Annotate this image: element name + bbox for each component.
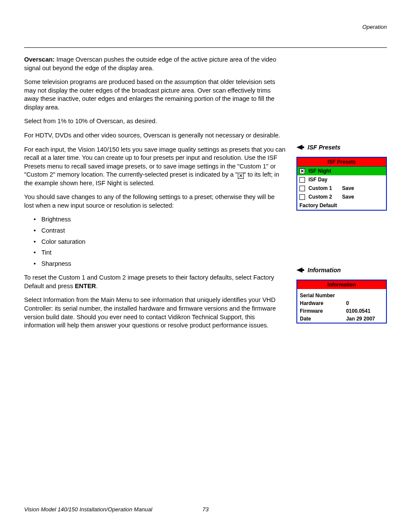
isf-presets-heading: ISF Presets [296,144,387,151]
overscan-p1-text: Image Overscan pushes the outside edge o… [24,56,276,72]
isf-p3a: To reset the Custom 1 and Custom 2 image… [24,274,274,289]
body-text-column: Overscan: Image Overscan pushes the outs… [24,56,286,336]
footer-page-number: 73 [202,506,209,513]
info-menu-title: Information [297,280,386,289]
arrow-left-icon [296,268,304,273]
isf-row-save[interactable]: Save [342,194,354,200]
overscan-paragraph-1: Overscan: Image Overscan pushes the outs… [24,56,286,72]
page-header-section: Operation [24,24,387,30]
checkbox-empty-icon [299,177,305,183]
overscan-paragraph-3: Select from 1% to 10% of Overscan, as de… [24,117,286,126]
isf-paragraph-1: For each input, the Vision 140/150 lets … [24,146,286,188]
checked-box-icon: ✕ [238,173,244,179]
sidebar-spacer [296,211,387,267]
info-label: Firmware [297,307,343,315]
info-row-serial: Serial Number [297,292,386,299]
isf-heading-text: ISF Presets [308,144,340,151]
svg-marker-0 [296,145,304,150]
isf-p3b: ENTER [75,283,96,289]
isf-menu-row-custom1[interactable]: Custom 1 Save [297,184,386,193]
checkbox-empty-icon [299,194,305,200]
overscan-lead: Overscan: [24,56,55,63]
info-row-firmware: Firmware 0100.0541 [297,307,386,315]
list-item: Color saturation [35,238,286,246]
info-heading-text: Information [308,267,341,274]
page-footer: Vision Model 140/150 Installation/Operat… [24,506,387,513]
info-value: 0 [343,299,386,307]
isf-presets-menu: ISF Presets ✕ ISF Night ISF Day Custom 1… [296,157,387,211]
info-row-date: Date Jan 29 2007 [297,315,386,323]
isf-paragraph-3: To reset the Custom 1 and Custom 2 image… [24,274,286,290]
isf-row-save[interactable]: Save [342,185,354,191]
isf-row-label: Custom 2 [308,194,339,200]
isf-row-label: Custom 1 [308,185,339,191]
list-item: Contrast [35,227,286,235]
list-item: Tint [35,249,286,257]
overscan-paragraph-4: For HDTV, DVDs and other video sources, … [24,131,286,140]
list-item: Sharpness [35,260,286,268]
info-label: Serial Number [297,292,343,299]
isf-row-label: ISF Day [308,177,339,183]
information-heading: Information [296,267,387,274]
isf-menu-row-custom2[interactable]: Custom 2 Save [297,193,386,201]
isf-row-label: ISF Night [308,168,339,174]
isf-menu-row-night[interactable]: ✕ ISF Night [297,167,386,175]
info-label: Hardware [297,299,343,307]
arrow-left-icon [296,145,304,150]
overscan-paragraph-2: Some television programs are produced ba… [24,78,286,112]
checkbox-empty-icon [299,186,305,191]
sidebar-spacer [296,56,387,144]
isf-menu-factory-default[interactable]: Factory Default [297,201,386,210]
isf-menu-row-day[interactable]: ISF Day [297,175,386,184]
content-area: Overscan: Image Overscan pushes the outs… [24,56,387,336]
svg-marker-1 [296,268,304,273]
information-menu: Information Serial Number Hardware 0 Fir… [296,280,387,324]
info-value [343,292,386,299]
sidebar-column: ISF Presets ISF Presets ✕ ISF Night ISF … [296,56,387,336]
info-value: Jan 29 2007 [343,315,386,323]
isf-p3c: . [96,283,98,289]
info-row-hardware: Hardware 0 [297,299,386,307]
checkbox-checked-icon: ✕ [299,168,305,174]
list-item: Brightness [35,215,286,224]
information-paragraph: Select Information from the Main Menu to… [24,296,286,330]
isf-menu-title: ISF Presets [297,158,386,167]
info-value: 0100.0541 [343,307,386,315]
header-rule [24,47,387,48]
settings-bullet-list: Brightness Contrast Color saturation Tin… [35,215,286,268]
isf-paragraph-2: You should save changes to any of the fo… [24,193,286,210]
info-label: Date [297,315,343,323]
